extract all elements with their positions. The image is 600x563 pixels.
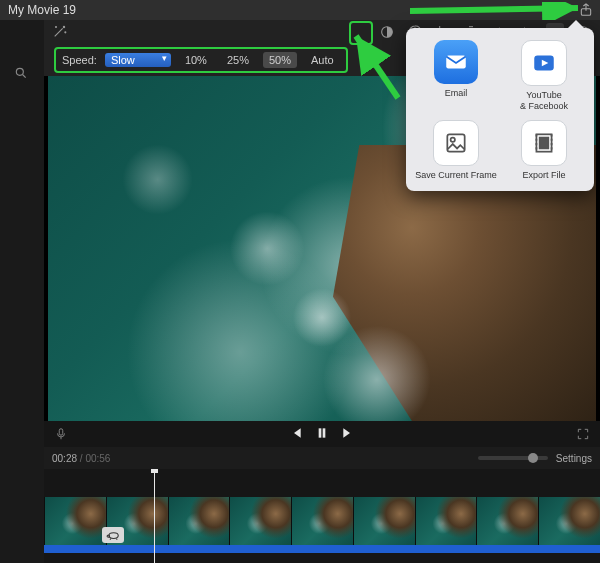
clip-track[interactable] <box>44 497 600 545</box>
total-time: 00:56 <box>85 453 110 464</box>
speed-10-button[interactable]: 10% <box>179 52 213 68</box>
svg-point-3 <box>55 26 56 27</box>
playhead[interactable] <box>154 469 155 563</box>
voiceover-icon[interactable] <box>54 427 68 444</box>
timeline-header: 00:28 / 00:56 Settings <box>44 447 600 469</box>
clip-thumbnail[interactable] <box>476 497 538 545</box>
clip-thumbnail[interactable] <box>538 497 600 545</box>
svg-rect-14 <box>323 428 326 437</box>
svg-rect-17 <box>446 56 466 69</box>
export-file-icon <box>521 120 567 166</box>
email-icon <box>434 40 478 84</box>
share-save-frame[interactable]: Save Current Frame <box>412 120 500 181</box>
current-time: 00:28 <box>52 453 77 464</box>
prev-button[interactable] <box>288 425 304 444</box>
audio-strip[interactable] <box>44 545 600 553</box>
svg-point-2 <box>63 26 64 27</box>
clip-thumbnail-image <box>416 497 477 545</box>
share-item-label: Export File <box>522 170 565 181</box>
speed-auto-button[interactable]: Auto <box>305 52 340 68</box>
youtube-facebook-icon <box>521 40 567 86</box>
svg-rect-12 <box>59 429 63 435</box>
svg-point-1 <box>16 68 23 75</box>
time-readout: 00:28 / 00:56 <box>52 453 110 464</box>
clip-thumbnail-image <box>354 497 415 545</box>
slow-motion-badge-icon <box>102 527 124 543</box>
clip-thumbnail[interactable] <box>291 497 353 545</box>
magic-wand-icon[interactable] <box>52 23 68 42</box>
clip-thumbnail-image <box>477 497 538 545</box>
share-item-label: Save Current Frame <box>415 170 497 181</box>
svg-rect-19 <box>447 134 464 151</box>
clip-thumbnail[interactable] <box>229 497 291 545</box>
titlebar: My Movie 19 <box>0 0 600 20</box>
pause-button[interactable] <box>314 425 330 444</box>
fullscreen-icon[interactable] <box>576 427 590 444</box>
share-youtube-facebook[interactable]: YouTube & Facebook <box>500 40 588 112</box>
next-button[interactable] <box>340 425 356 444</box>
clip-thumbnail[interactable] <box>415 497 477 545</box>
svg-rect-22 <box>540 138 549 149</box>
svg-point-15 <box>109 533 118 539</box>
share-email[interactable]: Email <box>412 40 500 112</box>
clip-thumbnail-image <box>539 497 600 545</box>
speed-50-button[interactable]: 50% <box>263 52 297 68</box>
search-icon[interactable] <box>14 66 28 83</box>
save-frame-icon <box>433 120 479 166</box>
share-export-file[interactable]: Export File <box>500 120 588 181</box>
svg-point-20 <box>451 138 455 142</box>
clip-thumbnail-image <box>45 497 106 545</box>
clip-thumbnail-image <box>230 497 291 545</box>
contrast-icon[interactable] <box>378 23 396 41</box>
speed-controls-highlight: Speed: Slow 10% 25% 50% Auto <box>54 47 348 73</box>
left-sidebar <box>0 20 44 563</box>
timeline-settings-button[interactable]: Settings <box>556 453 592 464</box>
clip-thumbnail[interactable] <box>168 497 230 545</box>
clip-thumbnail[interactable] <box>353 497 415 545</box>
timeline[interactable] <box>44 469 600 563</box>
share-item-label: Email <box>445 88 468 99</box>
speed-25-button[interactable]: 25% <box>221 52 255 68</box>
clip-thumbnail-image <box>169 497 230 545</box>
timeline-zoom-slider[interactable] <box>478 456 548 460</box>
svg-point-16 <box>107 535 109 537</box>
clip-thumbnail[interactable] <box>44 497 106 545</box>
svg-rect-13 <box>319 428 322 437</box>
svg-point-4 <box>65 32 66 33</box>
clip-thumbnail-image <box>292 497 353 545</box>
share-popover: Email YouTube & Facebook Save Current Fr… <box>406 28 594 191</box>
speed-preset-dropdown[interactable]: Slow <box>105 53 171 67</box>
share-button[interactable] <box>578 2 594 21</box>
project-title: My Movie 19 <box>8 3 76 17</box>
share-item-label: YouTube & Facebook <box>520 90 568 112</box>
transport-bar <box>44 421 600 447</box>
speed-label: Speed: <box>62 54 97 66</box>
